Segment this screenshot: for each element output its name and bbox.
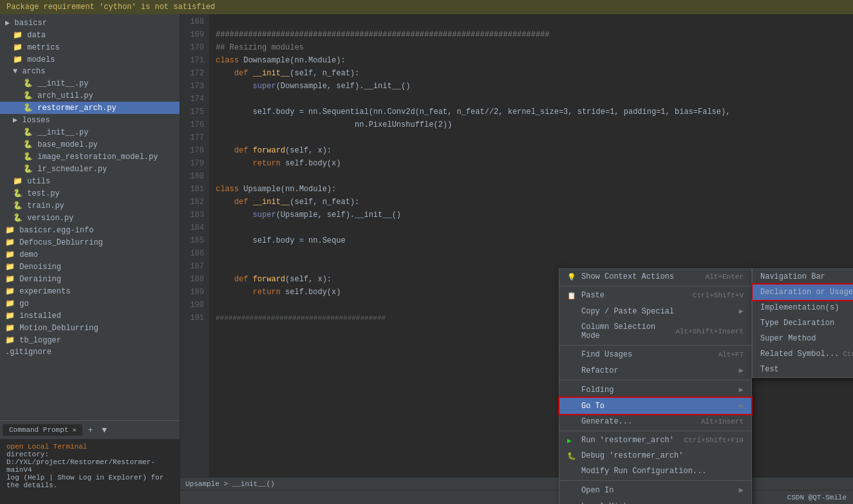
tree-item-base-model[interactable]: 🐍 base_model.py	[0, 138, 180, 151]
tree-item-restormer-arch[interactable]: 🐍 restormer_arch.py	[0, 102, 180, 114]
terminal-content: open Local Terminal directory: D:/YXL/pr…	[0, 439, 180, 504]
tree-item-init2[interactable]: 🐍 __init__.py	[0, 126, 180, 138]
tree-item-data[interactable]: 📁 data	[0, 29, 180, 41]
file-tree[interactable]: ▶ basicsr 📁 data 📁 metrics 📁 models ▼ ar…	[0, 14, 180, 420]
menu-item-folding[interactable]: Folding ▶	[559, 382, 751, 398]
code-text: ########################################…	[209, 14, 853, 490]
tree-item-deraining[interactable]: 📁 Deraining	[0, 273, 180, 285]
submenu-item-implementations[interactable]: Implementation(s) Ctrl+Alt+B	[753, 300, 853, 315]
warning-text: Package requirement 'cython' is not sati…	[6, 3, 215, 12]
code-line-172: def __init__(self, n_feat):	[216, 67, 853, 80]
terminal-line-4: log (Help | Show Log in Explorer) for th…	[6, 474, 173, 489]
editor-area: 168 169 170 171 172 173 174 175 176 177 …	[180, 14, 853, 504]
code-line-171: class Downsample(nn.Module):	[216, 54, 853, 67]
code-line-174	[216, 93, 853, 106]
debug-icon: 🐛	[567, 452, 577, 460]
terminal-line-2: directory: D:/YXL/project/Restormer/Rest…	[6, 451, 173, 474]
submenu-item-declaration[interactable]: Declaration or Usages F12	[753, 285, 853, 300]
add-terminal-icon[interactable]: +	[84, 425, 97, 435]
context-menu: 💡 Show Context Actions Alt+Enter 📋 Paste…	[559, 268, 752, 504]
context-actions-icon: 💡	[567, 273, 577, 281]
terminal-tabs: Command Prompt ✕ + ▼	[0, 421, 180, 439]
menu-item-copy-paste-special[interactable]: Copy / Paste Special ▶	[559, 303, 751, 319]
menu-item-refactor[interactable]: Refactor ▶	[559, 362, 751, 378]
goto-submenu: Navigation Bar Alt+Home Declaration or U…	[752, 268, 853, 378]
submenu-item-related-symbol[interactable]: Related Symbol... Ctrl+Alt+Home	[753, 346, 853, 362]
code-line-185: self.body = nn.Seque	[216, 234, 853, 247]
code-line-170: ## Resizing modules	[216, 41, 853, 54]
tree-item-archs[interactable]: ▼ archs	[0, 66, 180, 77]
tree-item-experiments[interactable]: 📁 experiments	[0, 285, 180, 297]
code-line-183: super(Upsample, self).__init__()	[216, 209, 853, 221]
tree-item-demo[interactable]: 📁 demo	[0, 248, 180, 261]
menu-item-goto[interactable]: Go To ▶	[559, 398, 751, 414]
code-line-184	[216, 221, 853, 234]
code-line-182: def __init__(self, n_feat):	[216, 196, 853, 209]
submenu-item-type-declaration[interactable]: Type Declaration	[753, 315, 853, 331]
sidebar: ▶ basicsr 📁 data 📁 metrics 📁 models ▼ ar…	[0, 14, 180, 504]
tree-item-tb-logger[interactable]: 📁 tb_logger	[0, 334, 180, 346]
tree-item-metrics[interactable]: 📁 metrics	[0, 41, 180, 53]
code-line-169: ########################################…	[216, 28, 853, 41]
submenu-item-super-method[interactable]: Super Method Ctrl+U	[753, 331, 853, 346]
terminal-line-1: open Local Terminal	[6, 443, 173, 451]
tree-item-defocus[interactable]: 📁 Defocus_Deblurring	[0, 236, 180, 248]
tree-item-egg-info[interactable]: 📁 basicsr.egg-info	[0, 224, 180, 236]
command-prompt-tab[interactable]: Command Prompt ✕	[3, 424, 82, 436]
menu-separator-2	[559, 345, 751, 346]
tree-item-lr-scheduler[interactable]: 🐍 lr_scheduler.py	[0, 163, 180, 175]
code-line-168	[216, 15, 853, 28]
menu-item-find-usages[interactable]: Find Usages Alt+F7	[559, 347, 751, 362]
tree-item-init[interactable]: 🐍 __init__.py	[0, 77, 180, 89]
menu-item-paste[interactable]: 📋 Paste Ctrl+Shift+V	[559, 288, 751, 303]
code-line-180	[216, 170, 853, 183]
menu-item-modify-run[interactable]: Modify Run Configuration...	[559, 463, 751, 479]
tree-item-arch-util[interactable]: 🐍 arch_util.py	[0, 89, 180, 102]
more-terminals-icon[interactable]: ▼	[98, 425, 111, 435]
submenu-item-test[interactable]: Test	[753, 362, 853, 377]
run-icon: ▶	[567, 436, 577, 445]
menu-item-local-history[interactable]: Local History ▶	[559, 498, 751, 504]
code-line-181: class Upsample(nn.Module):	[216, 183, 853, 196]
tree-item-models[interactable]: 📁 models	[0, 53, 180, 66]
line-numbers: 168 169 170 171 172 173 174 175 176 177 …	[180, 14, 209, 490]
menu-item-debug[interactable]: 🐛 Debug 'restormer_arch'	[559, 448, 751, 463]
breadcrumb: Upsample > __init__()	[185, 480, 275, 488]
code-line-178: def forward(self, x):	[216, 144, 853, 157]
code-line-186	[216, 247, 853, 260]
tree-item-image-restoration[interactable]: 🐍 image_restoration_model.py	[0, 151, 180, 163]
tree-item-gitignore[interactable]: .gitignore	[0, 346, 180, 358]
tree-item-motion[interactable]: 📁 Motion_Deblurring	[0, 322, 180, 334]
menu-item-generate[interactable]: Generate... Alt+Insert	[559, 414, 751, 429]
code-line-175: self.body = nn.Sequential(nn.Conv2d(n_fe…	[216, 106, 853, 118]
menu-separator-5	[559, 480, 751, 481]
menu-item-open-in[interactable]: Open In ▶	[559, 482, 751, 498]
warning-bar: Package requirement 'cython' is not sati…	[0, 0, 853, 14]
tree-item-go[interactable]: 📁 go	[0, 297, 180, 310]
close-icon[interactable]: ✕	[72, 426, 76, 434]
tree-item-train[interactable]: 🐍 train.py	[0, 200, 180, 212]
code-line-179: return self.body(x)	[216, 157, 853, 170]
tree-item-losses[interactable]: ▶ losses	[0, 114, 180, 126]
code-line-177	[216, 131, 853, 144]
status-bar: CSDN @QT-Smile	[180, 490, 853, 504]
menu-item-run[interactable]: ▶ Run 'restormer_arch' Ctrl+Shift+F10	[559, 433, 751, 448]
tree-item-installed[interactable]: 📁 installed	[0, 310, 180, 322]
tree-item-version[interactable]: 🐍 version.py	[0, 212, 180, 224]
status-text: CSDN @QT-Smile	[787, 494, 847, 501]
tree-item-basicsr[interactable]: ▶ basicsr	[0, 17, 180, 29]
menu-separator-1	[559, 286, 751, 286]
tree-item-denoising[interactable]: 📁 Denoising	[0, 261, 180, 273]
tree-item-utils[interactable]: 📁 utils	[0, 175, 180, 187]
menu-separator-3	[559, 380, 751, 380]
menu-item-show-context-actions[interactable]: 💡 Show Context Actions Alt+Enter	[559, 269, 751, 285]
tree-item-test[interactable]: 🐍 test.py	[0, 187, 180, 200]
submenu-item-navigation-bar[interactable]: Navigation Bar Alt+Home	[753, 269, 853, 285]
menu-item-column-selection[interactable]: Column Selection Mode Alt+Shift+Insert	[559, 319, 751, 344]
code-line-176: nn.PixelUnshuffle(2))	[216, 118, 853, 131]
code-content[interactable]: 168 169 170 171 172 173 174 175 176 177 …	[180, 14, 853, 490]
terminal-tab-label: Command Prompt	[9, 426, 68, 434]
paste-icon: 📋	[567, 292, 577, 300]
menu-separator-4	[559, 431, 751, 431]
terminal-panel: Command Prompt ✕ + ▼ open Local Terminal…	[0, 420, 180, 504]
